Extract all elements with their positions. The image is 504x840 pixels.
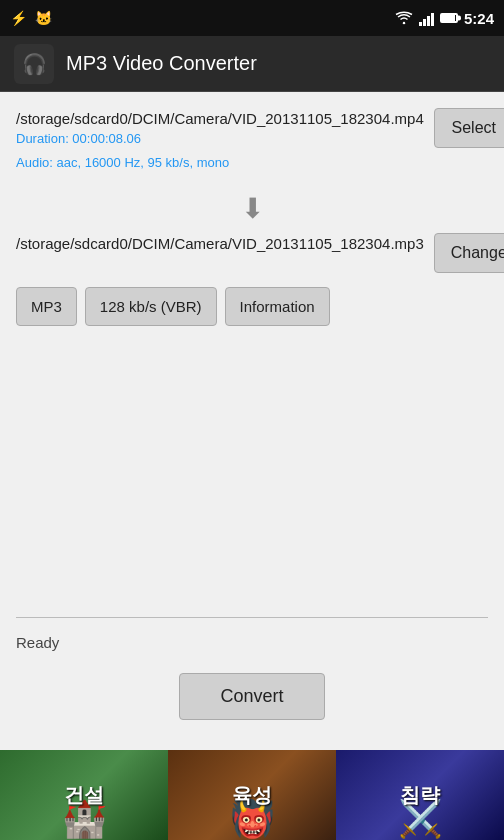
ad-banner: 🏰 건설 👹 육성 ⚔️ 침략	[0, 750, 504, 840]
usb-icon: ⚡	[10, 10, 27, 26]
arrow-container: ⬇	[16, 184, 488, 233]
title-bar: 🎧 MP3 Video Converter	[0, 36, 504, 92]
input-file-duration: Duration: 00:00:08.06	[16, 129, 434, 149]
wifi-icon	[395, 11, 413, 25]
cat-icon: 🐱	[35, 10, 52, 26]
status-left-icons: ⚡ 🐱	[10, 10, 52, 26]
input-file-path: /storage/sdcard0/DCIM/Camera/VID_2013110…	[16, 108, 424, 129]
convert-area: Convert	[16, 659, 488, 734]
divider	[16, 617, 488, 618]
app-title: MP3 Video Converter	[66, 52, 257, 75]
ad-cell-3[interactable]: ⚔️ 침략	[336, 750, 504, 840]
app-icon: 🎧	[14, 44, 54, 84]
convert-button[interactable]: Convert	[179, 673, 324, 720]
bitrate-button[interactable]: 128 kb/s (VBR)	[85, 287, 217, 326]
clock: 5:24	[464, 10, 494, 27]
ad-text-1: 건설	[64, 782, 104, 809]
signal-icon	[419, 10, 434, 26]
output-file-section: /storage/sdcard0/DCIM/Camera/VID_2013110…	[16, 233, 488, 273]
input-file-audio: Audio: aac, 16000 Hz, 95 kb/s, mono	[16, 153, 434, 173]
select-button[interactable]: Select	[434, 108, 504, 148]
status-bar: ⚡ 🐱 5:24	[0, 0, 504, 36]
battery-icon	[440, 13, 458, 23]
ready-status: Ready	[16, 626, 488, 659]
codec-button[interactable]: MP3	[16, 287, 77, 326]
output-file-path: /storage/sdcard0/DCIM/Camera/VID_2013110…	[16, 233, 424, 254]
input-file-path-container: /storage/sdcard0/DCIM/Camera/VID_2013110…	[16, 108, 434, 180]
ad-cell-1[interactable]: 🏰 건설	[0, 750, 168, 840]
down-arrow-icon: ⬇	[241, 192, 264, 225]
ad-cell-2[interactable]: 👹 육성	[168, 750, 336, 840]
input-file-section: /storage/sdcard0/DCIM/Camera/VID_2013110…	[16, 108, 488, 180]
format-buttons-row: MP3 128 kb/s (VBR) Information	[16, 287, 488, 326]
information-button[interactable]: Information	[225, 287, 330, 326]
ad-text-2: 육성	[232, 782, 272, 809]
status-right-icons: 5:24	[395, 10, 494, 27]
change-button[interactable]: Change	[434, 233, 504, 273]
svg-point-0	[403, 22, 405, 24]
main-content: /storage/sdcard0/DCIM/Camera/VID_2013110…	[0, 92, 504, 750]
ad-text-3: 침략	[400, 782, 440, 809]
